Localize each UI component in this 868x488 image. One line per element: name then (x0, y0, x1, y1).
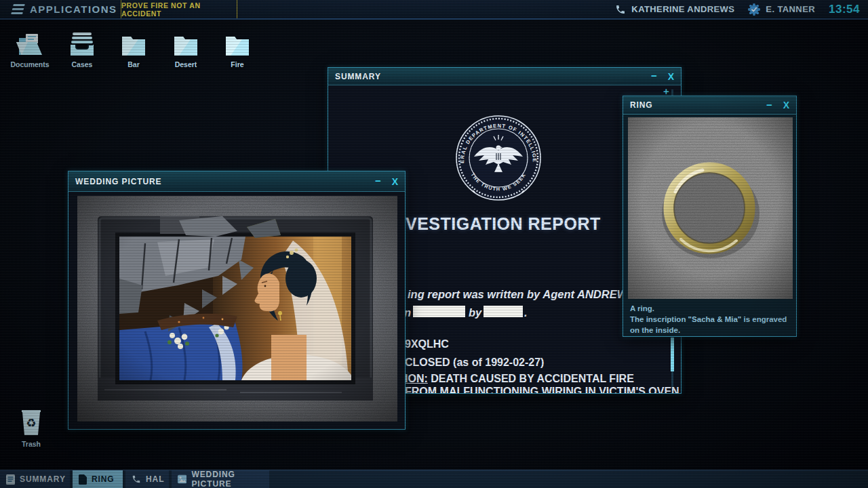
desktop-icon-label: Fire (213, 60, 262, 68)
desktop-icon-label: Bar (109, 60, 158, 68)
phone-icon (132, 474, 141, 484)
open-folder-icon (5, 30, 54, 58)
taskbar-tab-ring[interactable]: RING (73, 470, 123, 488)
hamburger-menu-icon (11, 4, 25, 14)
window-title: WEDDING PICTURE (75, 177, 364, 186)
phone-icon (615, 4, 626, 15)
desktop-icon-label: Cases (58, 60, 106, 68)
desktop-icon-cases[interactable]: Cases (58, 30, 106, 68)
window-title: SUMMARY (335, 72, 640, 81)
report-line2-end: . (524, 306, 528, 319)
redaction-box (413, 306, 465, 317)
scrollbar-thumb[interactable] (671, 338, 674, 371)
conclusion-text: DEATH CAUSED BY ACCIDENTAL FIRE (431, 373, 634, 384)
applications-menu-button[interactable]: APPLICATIONS (0, 0, 128, 18)
agent-badge-chip[interactable]: E. TANNER (748, 3, 815, 16)
folder-icon (109, 30, 158, 58)
taskbar-tab-summary[interactable]: SUMMARY (0, 470, 70, 488)
desktop-icon-label: Desert (161, 60, 210, 68)
desktop-icon-bar[interactable]: Bar (109, 30, 158, 68)
minimize-button[interactable]: − (375, 176, 381, 186)
close-button[interactable]: X (392, 177, 398, 186)
desktop-icon-label: Trash (7, 440, 56, 448)
folder-icon (213, 30, 262, 58)
close-button[interactable]: X (783, 100, 789, 110)
clock: 13:54 (829, 3, 860, 16)
report-line2-connector: by (469, 306, 481, 319)
taskbar-tab-label: WEDDING PICTURE (191, 470, 269, 488)
game-desktop: APPLICATIONS PROVE FIRE NOT AN ACCIDENT … (0, 0, 868, 488)
desktop-icon-documents[interactable]: Documents (5, 30, 54, 68)
document-icon (79, 474, 87, 485)
ring-photo (628, 117, 793, 299)
taskbar: SUMMARY RING HAL WEDDING PICTURE (0, 470, 868, 488)
desktop-icon-fire[interactable]: Fire (213, 30, 262, 68)
minimize-button[interactable]: − (651, 70, 657, 81)
window-ring: RING − X (623, 96, 797, 337)
verified-badge-icon (748, 3, 760, 16)
taskbar-tab-hal[interactable]: HAL (125, 470, 169, 488)
window-title: RING (630, 100, 755, 110)
taskbar-tab-label: HAL (146, 474, 164, 484)
phone-contact-chip[interactable]: KATHERINE ANDREWS (615, 4, 734, 15)
conclusion-line2: FROM MALFUNCTIONING WIRING IN VICTIM'S O… (405, 386, 679, 394)
wedding-photo (77, 196, 397, 422)
desktop-icon-label: Documents (5, 60, 54, 68)
applications-label: APPLICATIONS (30, 3, 117, 15)
image-icon (178, 474, 186, 484)
conclusion-label: ION: (405, 373, 428, 384)
top-menu-bar: APPLICATIONS PROVE FIRE NOT AN ACCIDENT … (0, 0, 868, 20)
redaction-box (484, 306, 523, 317)
summary-titlebar[interactable]: SUMMARY − X (328, 68, 681, 85)
phone-contact-name: KATHERINE ANDREWS (631, 4, 734, 14)
report-heading: INVESTIGATION REPORT (388, 214, 601, 234)
close-button[interactable]: X (668, 72, 674, 81)
minimize-button[interactable]: − (766, 100, 772, 110)
window-wedding-picture: WEDDING PICTURE − X (68, 171, 406, 430)
desktop-icon-desert[interactable]: Desert (161, 30, 210, 68)
document-icon (6, 474, 15, 485)
desktop-icon-trash[interactable]: ♻ Trash (7, 409, 56, 448)
status-fragment: CLOSED (as of 1992-02-27) (405, 357, 544, 369)
ring-caption: A ring. The inscription "Sacha & Mia" is… (630, 303, 793, 336)
objective-button[interactable]: PROVE FIRE NOT AN ACCIDENT (121, 0, 237, 18)
trash-recycle-icon: ♻ (7, 409, 56, 438)
ring-caption-line2: The inscription "Sacha & Mia" is engrave… (630, 314, 793, 336)
case-number-fragment: 9XQLHC (405, 338, 449, 350)
wedding-titlebar[interactable]: WEDDING PICTURE − X (68, 171, 405, 192)
department-seal: FEDERAL DEPARTMENT OF INTELLIGENCE THE T… (454, 114, 542, 202)
taskbar-tab-label: RING (92, 474, 115, 484)
conclusion-line: ION: DEATH CAUSED BY ACCIDENTAL FIRE (405, 373, 634, 385)
inbox-tray-icon (58, 30, 106, 58)
agent-name: E. TANNER (766, 4, 815, 14)
objective-label: PROVE FIRE NOT AN ACCIDENT (121, 1, 237, 18)
ring-caption-line1: A ring. (630, 303, 793, 314)
svg-text:♻: ♻ (26, 416, 36, 430)
taskbar-tab-wedding-picture[interactable]: WEDDING PICTURE (172, 470, 269, 488)
taskbar-tab-label: SUMMARY (20, 474, 66, 484)
ring-titlebar[interactable]: RING − X (623, 96, 796, 115)
folder-icon (161, 30, 210, 58)
